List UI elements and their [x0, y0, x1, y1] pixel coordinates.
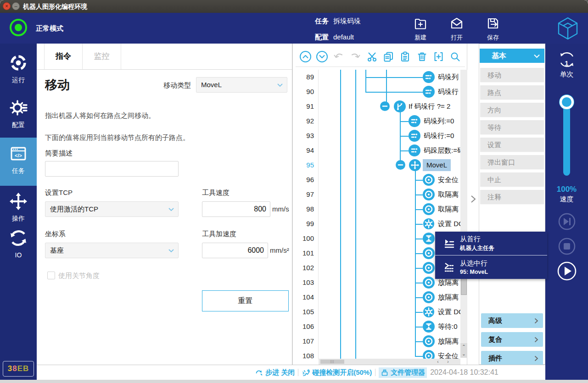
command-item-waypoint[interactable]: 路点 — [480, 85, 544, 100]
tcp-dropdown[interactable]: 使用激活的TCP — [45, 201, 179, 217]
tree-row[interactable]: 108安全位 — [293, 349, 468, 359]
tree-row[interactable]: 94码跺层数:=码 — [293, 143, 468, 158]
command-group-basic[interactable]: 基本 — [480, 49, 544, 63]
tree-row[interactable]: 104放隔离 — [293, 290, 468, 305]
command-item-abort[interactable]: 中止 — [480, 172, 544, 187]
tree-row[interactable]: 97取隔离 — [293, 187, 468, 202]
collision-detect-status[interactable]: 碰撞检测开启(50%) — [302, 368, 372, 377]
save-task-button[interactable]: 保存 — [479, 16, 507, 42]
tree-row[interactable]: 107放隔离 — [293, 334, 468, 349]
tree-row[interactable]: 92码垛列:=0 — [293, 114, 468, 128]
close-icon[interactable]: × — [3, 2, 11, 10]
redo-icon[interactable] — [349, 50, 362, 63]
chevron-down-icon — [534, 54, 540, 58]
new-task-button[interactable]: 新建 — [407, 16, 434, 42]
undo-icon[interactable] — [332, 50, 345, 63]
delete-icon[interactable] — [416, 50, 428, 63]
tree-row[interactable]: 96安全位 — [293, 172, 468, 187]
brief-desc-input[interactable] — [45, 161, 179, 177]
file-manager-status[interactable]: 文件管理器 — [379, 367, 427, 378]
scroll-right-icon[interactable]: › — [444, 359, 452, 365]
tool-accel-input[interactable] — [202, 243, 268, 258]
run-control-rail: 1 单次 100% 速度 — [545, 44, 588, 380]
minimize-icon[interactable]: – — [12, 2, 20, 10]
description-line-2: 下面的值将应用到当前移动节点所有的子路点。 — [45, 133, 190, 142]
mode-indicator-icon — [8, 17, 28, 38]
step-mode-status[interactable]: 步进 关闭 — [255, 368, 295, 377]
step-next-button[interactable] — [545, 212, 588, 231]
paste-icon[interactable] — [399, 50, 411, 63]
stop-button[interactable] — [545, 237, 588, 255]
speed-label: 速度 — [545, 195, 588, 204]
tree-row[interactable]: 89码垛列 — [293, 70, 468, 84]
cut-icon[interactable] — [366, 50, 378, 63]
collapse-minus-icon[interactable] — [380, 101, 390, 111]
chevron-down-icon — [277, 83, 283, 87]
tree-row[interactable]: 105设置 DO — [293, 305, 468, 319]
command-item-direction[interactable]: 方向 — [480, 103, 544, 117]
copy-icon[interactable] — [382, 50, 395, 63]
statusbar: 步进 关闭 碰撞检测开启(50%) 文件管理器 2024-04-18 10:32… — [37, 365, 545, 380]
sidebar-item-run[interactable]: 运行 — [0, 53, 37, 84]
collapse-minus-icon[interactable] — [396, 160, 405, 170]
command-item-set[interactable]: 设置 — [480, 138, 544, 152]
frame-dropdown[interactable]: 基座 — [45, 243, 179, 258]
speed-percent: 100% — [545, 185, 588, 194]
horizontal-scrollbar[interactable]: ||| ‹ › — [319, 359, 460, 365]
popup-item-run-from-selected[interactable]: 从选中行95: MoveL — [435, 255, 547, 279]
command-group-composite[interactable]: 复合 — [481, 332, 543, 347]
tool-speed-label: 工具速度 — [202, 189, 230, 197]
command-item-comment[interactable]: 注释 — [480, 190, 544, 205]
brand-logo-icon — [556, 17, 579, 40]
waypoint-icon — [423, 189, 435, 200]
insert-icon[interactable] — [432, 50, 445, 63]
scroll-down-icon[interactable]: ⌄ — [460, 350, 467, 358]
command-item-wait[interactable]: 等待 — [480, 120, 544, 135]
tab-monitor[interactable]: 监控 — [83, 44, 121, 69]
tree-row[interactable]: 106等待:0 — [293, 319, 468, 334]
command-group-plugin[interactable]: 插件 — [481, 351, 543, 366]
command-form-panel: 指令 监控 移动 移动类型 MoveL 指出机器人将如何在路点之间移动。 下面的… — [37, 44, 292, 365]
open-task-button[interactable]: 打开 — [443, 16, 470, 42]
search-icon[interactable] — [449, 50, 461, 63]
collapse-up-icon[interactable] — [299, 50, 312, 63]
jog-icon — [8, 191, 28, 211]
open-file-icon — [449, 16, 465, 31]
tcp-label: 设置TCP — [45, 189, 73, 197]
cycle-count: 1 — [545, 60, 588, 67]
joint-angle-checkbox[interactable] — [47, 272, 55, 279]
command-group-advanced[interactable]: 高级 — [481, 313, 543, 328]
speed-slider-knob[interactable] — [560, 95, 574, 109]
command-item-move[interactable]: 移动 — [480, 68, 544, 83]
chevron-right-icon — [534, 337, 538, 343]
waypoint-icon — [423, 174, 435, 186]
speed-slider-track[interactable] — [563, 99, 570, 176]
sidebar-item-task[interactable]: </> 任务 — [0, 144, 37, 175]
popup-item-run-from-first[interactable]: 从首行机器人主任务 — [435, 232, 547, 255]
tool-speed-input[interactable] — [202, 201, 270, 217]
sidebar-item-config[interactable]: 配置 — [0, 98, 37, 129]
scrollbar-thumb[interactable]: ||| — [320, 360, 344, 364]
sidebar-item-io[interactable]: IO — [0, 228, 37, 259]
tab-command[interactable]: 指令 — [44, 44, 83, 69]
move-type-dropdown[interactable]: MoveL — [196, 77, 287, 93]
tree-row[interactable]: 98取隔离 — [293, 202, 468, 216]
app-window: × – 机器人图形化编程环境 正常模式 任务拆垛码垛 配置default 新建 … — [0, 0, 588, 383]
tree-row[interactable]: 99设置 DO — [293, 216, 468, 231]
expand-down-icon[interactable] — [316, 50, 328, 63]
tree-row-selected[interactable]: 95MoveL — [293, 158, 468, 172]
scroll-left-icon[interactable]: ‹ — [434, 359, 442, 365]
play-button[interactable] — [545, 261, 588, 281]
tree-row[interactable]: 93码垛行:=0 — [293, 128, 468, 143]
waypoint-icon — [423, 335, 435, 347]
tree-row[interactable]: 91If 码垛行 ?= 2 — [293, 99, 468, 114]
tree-row[interactable]: 90码垛行 — [293, 84, 468, 99]
scroll-up-icon[interactable]: ⌃ — [460, 343, 467, 350]
vertical-scrollbar[interactable] — [460, 70, 467, 343]
command-item-popup[interactable]: 弹出窗口 — [480, 155, 544, 170]
program-tree-panel: 89码垛列 90码垛行 91If 码垛行 ?= 2 92码垛列:=0 93码垛行… — [292, 44, 467, 365]
expand-panel-chevron-icon[interactable] — [470, 195, 476, 205]
reset-button[interactable]: 重置 — [202, 290, 289, 311]
run-from-first-icon — [443, 238, 455, 250]
sidebar-item-jog[interactable]: 操作 — [0, 191, 37, 223]
